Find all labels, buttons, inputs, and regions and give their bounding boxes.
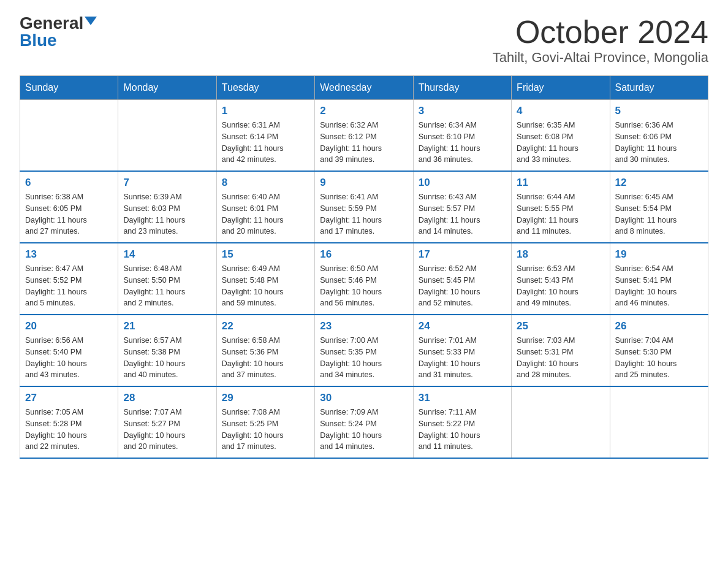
day-number: 2 <box>320 105 408 117</box>
day-info: Sunrise: 7:04 AM Sunset: 5:30 PM Dayligh… <box>615 335 703 381</box>
calendar-weekday-header: Thursday <box>413 76 511 100</box>
calendar-day-cell: 1Sunrise: 6:31 AM Sunset: 6:14 PM Daylig… <box>216 100 314 172</box>
day-info: Sunrise: 7:09 AM Sunset: 5:24 PM Dayligh… <box>320 407 408 453</box>
day-number: 17 <box>419 248 506 261</box>
day-info: Sunrise: 6:32 AM Sunset: 6:12 PM Dayligh… <box>320 120 408 166</box>
logo-general: General <box>20 15 83 32</box>
calendar-day-cell: 31Sunrise: 7:11 AM Sunset: 5:22 PM Dayli… <box>413 386 511 458</box>
day-info: Sunrise: 6:58 AM Sunset: 5:36 PM Dayligh… <box>222 335 309 381</box>
calendar-week-row: 20Sunrise: 6:56 AM Sunset: 5:40 PM Dayli… <box>20 315 708 386</box>
calendar-day-cell: 27Sunrise: 7:05 AM Sunset: 5:28 PM Dayli… <box>20 386 118 458</box>
calendar-day-cell: 8Sunrise: 6:40 AM Sunset: 6:01 PM Daylig… <box>216 171 314 243</box>
calendar-day-cell: 5Sunrise: 6:36 AM Sunset: 6:06 PM Daylig… <box>610 100 708 172</box>
calendar-day-cell: 30Sunrise: 7:09 AM Sunset: 5:24 PM Dayli… <box>315 386 413 458</box>
calendar-day-cell <box>512 386 610 458</box>
day-number: 25 <box>517 320 604 332</box>
day-info: Sunrise: 6:38 AM Sunset: 6:05 PM Dayligh… <box>25 191 113 237</box>
day-number: 30 <box>320 392 408 404</box>
day-info: Sunrise: 6:35 AM Sunset: 6:08 PM Dayligh… <box>517 120 604 166</box>
day-number: 16 <box>320 248 408 261</box>
day-number: 15 <box>222 248 309 261</box>
calendar-week-row: 6Sunrise: 6:38 AM Sunset: 6:05 PM Daylig… <box>20 171 708 243</box>
calendar-weekday-header: Tuesday <box>216 76 314 100</box>
day-number: 1 <box>222 105 309 117</box>
calendar-day-cell: 7Sunrise: 6:39 AM Sunset: 6:03 PM Daylig… <box>118 171 216 243</box>
day-number: 22 <box>222 320 309 332</box>
day-number: 27 <box>25 392 113 404</box>
calendar-day-cell: 23Sunrise: 7:00 AM Sunset: 5:35 PM Dayli… <box>315 315 413 386</box>
calendar-day-cell: 25Sunrise: 7:03 AM Sunset: 5:31 PM Dayli… <box>512 315 610 386</box>
calendar-day-cell <box>118 100 216 172</box>
day-number: 28 <box>123 392 211 404</box>
day-number: 20 <box>25 320 113 332</box>
page-title: October 2024 <box>493 15 708 50</box>
day-number: 4 <box>517 105 604 117</box>
day-info: Sunrise: 6:43 AM Sunset: 5:57 PM Dayligh… <box>419 191 506 237</box>
day-number: 9 <box>320 177 408 189</box>
calendar-day-cell: 3Sunrise: 6:34 AM Sunset: 6:10 PM Daylig… <box>413 100 511 172</box>
day-info: Sunrise: 6:41 AM Sunset: 5:59 PM Dayligh… <box>320 191 408 237</box>
day-number: 31 <box>419 392 506 404</box>
day-info: Sunrise: 6:31 AM Sunset: 6:14 PM Dayligh… <box>222 120 309 166</box>
page-header: General Blue October 2024 Tahilt, Govi-A… <box>20 15 708 66</box>
calendar-day-cell <box>20 100 118 172</box>
calendar-weekday-header: Friday <box>512 76 610 100</box>
day-number: 5 <box>615 105 703 117</box>
day-number: 6 <box>25 177 113 189</box>
day-info: Sunrise: 7:01 AM Sunset: 5:33 PM Dayligh… <box>419 335 506 381</box>
day-number: 12 <box>615 177 703 189</box>
calendar-weekday-header: Saturday <box>610 76 708 100</box>
day-info: Sunrise: 6:57 AM Sunset: 5:38 PM Dayligh… <box>123 335 211 381</box>
day-number: 11 <box>517 177 604 189</box>
day-number: 8 <box>222 177 309 189</box>
calendar-day-cell: 20Sunrise: 6:56 AM Sunset: 5:40 PM Dayli… <box>20 315 118 386</box>
calendar-day-cell: 16Sunrise: 6:50 AM Sunset: 5:46 PM Dayli… <box>315 243 413 315</box>
calendar-day-cell <box>610 386 708 458</box>
calendar-week-row: 1Sunrise: 6:31 AM Sunset: 6:14 PM Daylig… <box>20 100 708 172</box>
calendar-header-row: SundayMondayTuesdayWednesdayThursdayFrid… <box>20 76 708 100</box>
day-info: Sunrise: 6:45 AM Sunset: 5:54 PM Dayligh… <box>615 191 703 237</box>
calendar-day-cell: 24Sunrise: 7:01 AM Sunset: 5:33 PM Dayli… <box>413 315 511 386</box>
day-number: 21 <box>123 320 211 332</box>
day-info: Sunrise: 6:39 AM Sunset: 6:03 PM Dayligh… <box>123 191 211 237</box>
calendar-week-row: 27Sunrise: 7:05 AM Sunset: 5:28 PM Dayli… <box>20 386 708 458</box>
day-number: 29 <box>222 392 309 404</box>
calendar-day-cell: 18Sunrise: 6:53 AM Sunset: 5:43 PM Dayli… <box>512 243 610 315</box>
day-number: 19 <box>615 248 703 261</box>
logo: General Blue <box>20 15 97 49</box>
day-number: 18 <box>517 248 604 261</box>
day-number: 10 <box>419 177 506 189</box>
day-info: Sunrise: 6:40 AM Sunset: 6:01 PM Dayligh… <box>222 191 309 237</box>
day-info: Sunrise: 7:11 AM Sunset: 5:22 PM Dayligh… <box>419 407 506 453</box>
calendar-day-cell: 21Sunrise: 6:57 AM Sunset: 5:38 PM Dayli… <box>118 315 216 386</box>
logo-blue: Blue <box>20 32 57 49</box>
calendar-day-cell: 9Sunrise: 6:41 AM Sunset: 5:59 PM Daylig… <box>315 171 413 243</box>
calendar-weekday-header: Wednesday <box>315 76 413 100</box>
title-section: October 2024 Tahilt, Govi-Altai Province… <box>493 15 708 66</box>
day-info: Sunrise: 6:36 AM Sunset: 6:06 PM Dayligh… <box>615 120 703 166</box>
calendar-day-cell: 11Sunrise: 6:44 AM Sunset: 5:55 PM Dayli… <box>512 171 610 243</box>
day-number: 24 <box>419 320 506 332</box>
day-info: Sunrise: 6:50 AM Sunset: 5:46 PM Dayligh… <box>320 263 408 309</box>
calendar-day-cell: 15Sunrise: 6:49 AM Sunset: 5:48 PM Dayli… <box>216 243 314 315</box>
day-info: Sunrise: 6:56 AM Sunset: 5:40 PM Dayligh… <box>25 335 113 381</box>
day-info: Sunrise: 6:54 AM Sunset: 5:41 PM Dayligh… <box>615 263 703 309</box>
day-info: Sunrise: 6:52 AM Sunset: 5:45 PM Dayligh… <box>419 263 506 309</box>
calendar-weekday-header: Monday <box>118 76 216 100</box>
calendar-day-cell: 17Sunrise: 6:52 AM Sunset: 5:45 PM Dayli… <box>413 243 511 315</box>
calendar-day-cell: 10Sunrise: 6:43 AM Sunset: 5:57 PM Dayli… <box>413 171 511 243</box>
day-number: 13 <box>25 248 113 261</box>
calendar-day-cell: 12Sunrise: 6:45 AM Sunset: 5:54 PM Dayli… <box>610 171 708 243</box>
day-info: Sunrise: 7:08 AM Sunset: 5:25 PM Dayligh… <box>222 407 309 453</box>
day-info: Sunrise: 6:49 AM Sunset: 5:48 PM Dayligh… <box>222 263 309 309</box>
day-info: Sunrise: 7:05 AM Sunset: 5:28 PM Dayligh… <box>25 407 113 453</box>
day-number: 23 <box>320 320 408 332</box>
calendar-day-cell: 26Sunrise: 7:04 AM Sunset: 5:30 PM Dayli… <box>610 315 708 386</box>
calendar-day-cell: 29Sunrise: 7:08 AM Sunset: 5:25 PM Dayli… <box>216 386 314 458</box>
calendar-day-cell: 28Sunrise: 7:07 AM Sunset: 5:27 PM Dayli… <box>118 386 216 458</box>
calendar-weekday-header: Sunday <box>20 76 118 100</box>
day-number: 26 <box>615 320 703 332</box>
day-info: Sunrise: 7:03 AM Sunset: 5:31 PM Dayligh… <box>517 335 604 381</box>
calendar-day-cell: 14Sunrise: 6:48 AM Sunset: 5:50 PM Dayli… <box>118 243 216 315</box>
day-info: Sunrise: 7:07 AM Sunset: 5:27 PM Dayligh… <box>123 407 211 453</box>
